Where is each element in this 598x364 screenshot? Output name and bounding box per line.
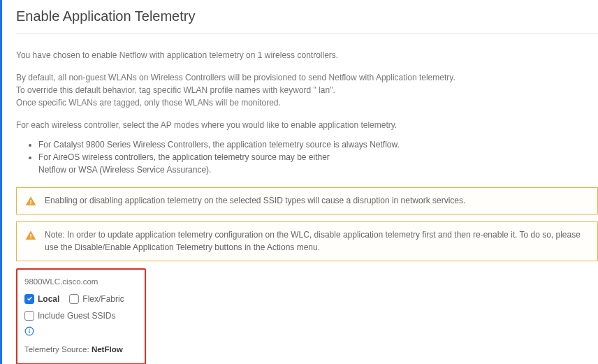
description-block: You have chosen to enable Netflow with a… [16, 34, 598, 364]
intro-text: You have chosen to enable Netflow with a… [16, 49, 598, 61]
each-controller-text: For each wireless controller, select the… [16, 119, 598, 131]
default-line-1: By default, all non-guest WLANs on Wirel… [16, 71, 598, 84]
wlc-hostname: 9800WLC.cisco.com [24, 275, 138, 289]
info-icon[interactable] [24, 326, 138, 340]
warning-alert-update: Note: In order to update application tel… [16, 221, 598, 261]
flex-fabric-checkbox[interactable]: Flex/Fabric [69, 292, 124, 306]
default-line-2: To override this default behavior, tag s… [16, 84, 598, 96]
checkbox-box [69, 294, 79, 304]
bullet-list: For Catalyst 9800 Series Wireless Contro… [16, 138, 598, 176]
svg-rect-2 [30, 234, 31, 237]
flex-label: Flex/Fabric [82, 292, 124, 306]
bullet-item: For AireOS wireless controllers, the app… [38, 151, 598, 176]
svg-rect-1 [30, 203, 31, 204]
checkbox-box [24, 311, 34, 321]
warning-icon [25, 229, 36, 241]
bullet-item: For Catalyst 9800 Series Wireless Contro… [38, 138, 598, 151]
include-guest-checkbox[interactable]: Include Guest SSIDs [24, 309, 115, 323]
checkbox-box [24, 294, 34, 304]
warning-icon [25, 195, 36, 207]
guest-label: Include Guest SSIDs [38, 309, 115, 323]
warning-text: Note: In order to update application tel… [45, 229, 589, 254]
page-title: Enable Application Telemetry [16, 8, 598, 34]
wlc-config-box: 9800WLC.cisco.com Local Flex/Fabric [16, 268, 146, 364]
svg-rect-6 [29, 328, 29, 329]
warning-alert-disruption: Enabling or disabling application teleme… [16, 187, 598, 214]
default-line-3: Once specific WLANs are tagged, only tho… [16, 96, 598, 109]
local-checkbox[interactable]: Local [24, 292, 59, 306]
svg-rect-3 [30, 238, 31, 238]
svg-rect-0 [30, 200, 31, 203]
local-label: Local [38, 292, 59, 306]
telemetry-source: Telemetry Source: NetFlow [24, 343, 138, 357]
warning-text: Enabling or disabling application teleme… [45, 195, 465, 207]
svg-rect-5 [29, 330, 29, 333]
